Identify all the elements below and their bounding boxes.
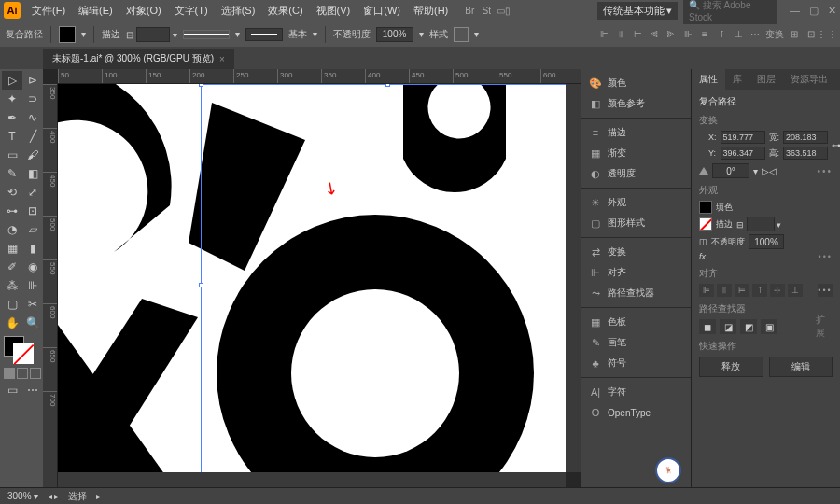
panel-路径查找器[interactable]: ⤳路径查找器 — [581, 283, 691, 303]
menu-select[interactable]: 选择(S) — [216, 2, 261, 20]
menu-help[interactable]: 帮助(H) — [408, 2, 454, 20]
window-min[interactable]: — — [790, 5, 800, 17]
panel-OpenType[interactable]: OOpenType — [581, 402, 691, 423]
release-button[interactable]: 释放 — [699, 357, 763, 377]
menu-type[interactable]: 文字(T) — [169, 2, 214, 20]
panel-变换[interactable]: ⇄变换 — [581, 242, 691, 262]
rect-tool[interactable]: ▭ — [2, 146, 22, 164]
document-tab[interactable]: 未标题-1.ai* @ 300% (RGB/GPU 预览)× — [43, 49, 234, 69]
transform-anchor[interactable] — [699, 135, 701, 156]
perspective-tool[interactable]: ▱ — [22, 220, 43, 239]
fill-swatch[interactable] — [699, 201, 712, 214]
pf-unite[interactable]: ◼ — [699, 319, 716, 334]
scale-tool[interactable]: ⤢ — [22, 183, 43, 202]
opacity-input[interactable] — [376, 27, 413, 42]
pf-exclude[interactable]: ▣ — [761, 319, 777, 334]
align-icon[interactable]: ≡ — [698, 28, 711, 41]
artwork[interactable] — [58, 84, 566, 472]
panel-画笔[interactable]: ✎画笔 — [581, 332, 691, 353]
align-icon[interactable]: ⊺ — [715, 28, 728, 41]
align-hc[interactable]: ⫴ — [717, 284, 732, 297]
align-l[interactable]: ⊫ — [699, 284, 714, 297]
panel-图形样式[interactable]: ▢图形样式 — [581, 213, 691, 233]
graph-tool[interactable]: ⊪ — [22, 276, 43, 295]
panel-透明度[interactable]: ◐透明度 — [581, 163, 691, 184]
pf-expand[interactable]: 扩展 — [816, 319, 833, 334]
draw-modes[interactable] — [4, 368, 41, 379]
flip-h-icon[interactable]: ▷◁ — [762, 166, 777, 176]
angle-input[interactable] — [712, 163, 749, 178]
fill-swatch[interactable] — [59, 26, 76, 43]
panel-对齐[interactable]: ⊩对齐 — [581, 262, 691, 283]
scrollbar-horizontal[interactable] — [58, 472, 566, 487]
tab-layers[interactable]: 图层 — [749, 69, 783, 90]
align-icon[interactable]: ⫷ — [648, 28, 661, 41]
eraser-tool[interactable]: ◧ — [22, 164, 43, 183]
brush-tool[interactable]: 🖌 — [22, 146, 43, 164]
align-t[interactable]: ⊺ — [752, 284, 767, 297]
free-transform-tool[interactable]: ⊡ — [22, 202, 43, 220]
align-icon[interactable]: ⊥ — [732, 28, 745, 41]
panel-颜色参考[interactable]: ◧颜色参考 — [581, 93, 691, 114]
panel-描边[interactable]: ≡描边 — [581, 122, 691, 143]
isolate-icon[interactable]: ⊞ — [788, 28, 801, 41]
canvas[interactable]: ↘ — [58, 84, 566, 472]
stroke-weight-stepper[interactable]: ⊟ ▾ — [126, 27, 177, 42]
align-more[interactable]: ••• — [818, 284, 833, 297]
workspace-selector[interactable]: 传统基本功能 ▾ — [597, 2, 678, 20]
ruler-horizontal[interactable]: 50100150200250300350400450500550600 — [58, 69, 581, 84]
artboard-tool[interactable]: ▢ — [2, 295, 22, 314]
isolate-icon[interactable]: ⊡ — [805, 28, 818, 41]
blend-tool[interactable]: ◉ — [22, 258, 43, 276]
overflow-menu[interactable]: ⋮⋮ — [821, 28, 834, 41]
mesh-tool[interactable]: ▦ — [2, 239, 22, 258]
fill-stroke-swatches[interactable] — [2, 336, 39, 366]
slice-tool[interactable]: ✂ — [22, 295, 43, 314]
tab-export[interactable]: 资源导出 — [783, 69, 835, 90]
header-icon-st[interactable]: St — [480, 4, 493, 17]
line-tool[interactable]: ╱ — [22, 127, 43, 146]
header-icon-arrange[interactable]: ▭▯ — [497, 4, 510, 17]
screen-mode[interactable]: ▭ — [2, 381, 22, 399]
shaper-tool[interactable]: ✎ — [2, 164, 22, 183]
width-tool[interactable]: ⊶ — [2, 202, 22, 220]
appearance-more[interactable]: ••• — [819, 252, 833, 261]
stroke-style[interactable] — [245, 28, 283, 41]
menu-effect[interactable]: 效果(C) — [262, 2, 308, 20]
zoom-tool[interactable]: 🔍 — [22, 314, 43, 332]
menu-edit[interactable]: 编辑(E) — [73, 2, 119, 20]
pf-minus[interactable]: ◪ — [720, 319, 736, 334]
opacity-input[interactable] — [749, 234, 784, 249]
align-icon[interactable]: ⫸ — [665, 28, 678, 41]
link-wh-icon[interactable]: ⊶ — [832, 140, 840, 150]
align-r[interactable]: ⊨ — [735, 284, 749, 297]
curvature-tool[interactable]: ∿ — [22, 108, 43, 127]
panel-渐变[interactable]: ▦渐变 — [581, 143, 691, 163]
pf-intersect[interactable]: ◩ — [740, 319, 757, 334]
menu-view[interactable]: 视图(V) — [311, 2, 357, 20]
tab-libraries[interactable]: 库 — [725, 69, 749, 90]
menu-object[interactable]: 对象(O) — [120, 2, 167, 20]
x-input[interactable] — [721, 131, 765, 144]
y-input[interactable] — [721, 147, 765, 160]
window-max[interactable]: ▢ — [809, 5, 819, 17]
opacity-icon[interactable]: ◫ — [699, 237, 707, 246]
magic-wand-tool[interactable]: ✦ — [2, 90, 22, 108]
tab-properties[interactable]: 属性 — [692, 69, 725, 90]
zoom-level[interactable]: 300% ▾ — [7, 491, 38, 501]
menu-window[interactable]: 窗口(W) — [357, 2, 406, 20]
shape-builder-tool[interactable]: ◔ — [2, 220, 22, 239]
fx-button[interactable]: fx. — [699, 252, 708, 261]
stroke-swatch[interactable] — [699, 217, 712, 231]
edit-button[interactable]: 编辑 — [769, 357, 833, 377]
align-vc[interactable]: ⊹ — [770, 284, 785, 297]
align-icon[interactable]: ⫴ — [614, 28, 627, 41]
ruler-vertical[interactable]: 350400450500550600650700 — [43, 84, 58, 487]
rotate-tool[interactable]: ⟲ — [2, 183, 22, 202]
window-close[interactable]: ✕ — [828, 5, 836, 17]
header-icon-br[interactable]: Br — [463, 4, 476, 17]
gradient-tool[interactable]: ▮ — [22, 239, 43, 258]
eyedropper-tool[interactable]: ✐ — [2, 258, 22, 276]
transform-link[interactable]: 变换 — [765, 28, 784, 41]
transform-more[interactable]: ••• — [817, 166, 833, 176]
